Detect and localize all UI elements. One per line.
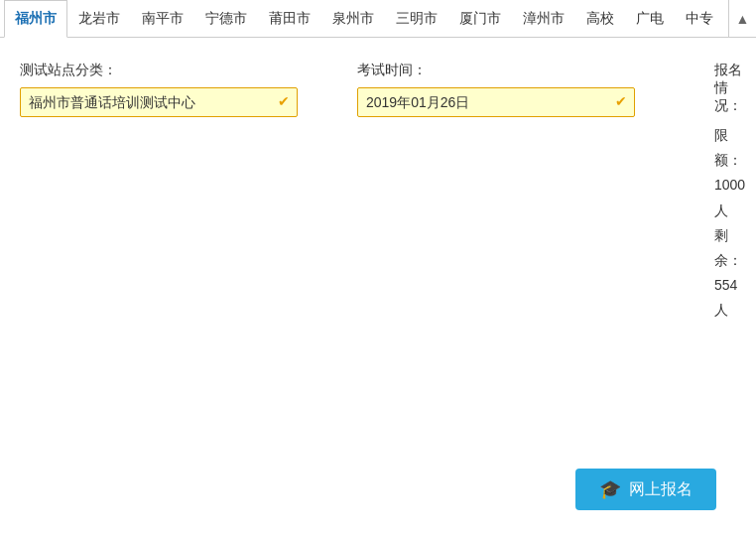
tab-xiamen[interactable]: 厦门市	[448, 0, 512, 38]
register-icon: 🎓	[599, 478, 621, 500]
tab-putian[interactable]: 莆田市	[258, 0, 321, 38]
time-label: 考试时间：	[357, 62, 635, 79]
remaining-label: 剩余：	[714, 227, 742, 268]
station-select[interactable]: 福州市普通话培训测试中心	[20, 87, 298, 117]
form-row: 测试站点分类： 福州市普通话培训测试中心 ✔ 考试时间： 2019年01月26日…	[20, 62, 736, 324]
register-button-label: 网上报名	[629, 479, 693, 500]
tab-zhongzhuan[interactable]: 中专	[675, 0, 724, 38]
time-group: 考试时间： 2019年01月26日 ✔	[357, 62, 635, 324]
station-label: 测试站点分类：	[20, 62, 298, 79]
registration-limit: 限额： 1000人	[714, 123, 745, 223]
tab-quanzhou[interactable]: 泉州市	[321, 0, 385, 38]
limit-value: 1000人	[714, 177, 745, 217]
tab-nanping[interactable]: 南平市	[131, 0, 194, 38]
limit-label: 限额：	[714, 127, 742, 168]
tab-guangdian[interactable]: 广电	[625, 0, 675, 38]
content-area: 测试站点分类： 福州市普通话培训测试中心 ✔ 考试时间： 2019年01月26日…	[0, 38, 756, 339]
tab-longyan[interactable]: 龙岩市	[67, 0, 131, 38]
registration-label: 报名情况：	[714, 62, 745, 115]
tab-ningde[interactable]: 宁德市	[194, 0, 258, 38]
time-select[interactable]: 2019年01月26日	[357, 87, 635, 117]
station-select-wrapper: 福州市普通话培训测试中心 ✔	[20, 87, 298, 117]
remaining-value: 554人	[714, 277, 737, 318]
tab-zhangzhou[interactable]: 漳州市	[512, 0, 575, 38]
tab-fuzhou[interactable]: 福州市	[4, 0, 67, 38]
tab-bar: 福州市 龙岩市 南平市 宁德市 莆田市 泉州市 三明市 厦门市 漳州市 高校 广…	[0, 0, 756, 38]
tab-sanming[interactable]: 三明市	[385, 0, 448, 38]
register-button-wrapper: 🎓 网上报名	[575, 469, 716, 510]
registration-remaining: 剩余： 554人	[714, 223, 745, 324]
tab-collapse-button[interactable]: ▲	[728, 0, 756, 38]
register-button[interactable]: 🎓 网上报名	[575, 469, 716, 510]
registration-info: 报名情况： 限额： 1000人 剩余： 554人	[714, 62, 745, 324]
time-select-wrapper: 2019年01月26日 ✔	[357, 87, 635, 117]
page-wrapper: 福州市 龙岩市 南平市 宁德市 莆田市 泉州市 三明市 厦门市 漳州市 高校 广…	[0, 0, 756, 540]
station-group: 测试站点分类： 福州市普通话培训测试中心 ✔	[20, 62, 298, 324]
tab-gaoxiao[interactable]: 高校	[575, 0, 625, 38]
